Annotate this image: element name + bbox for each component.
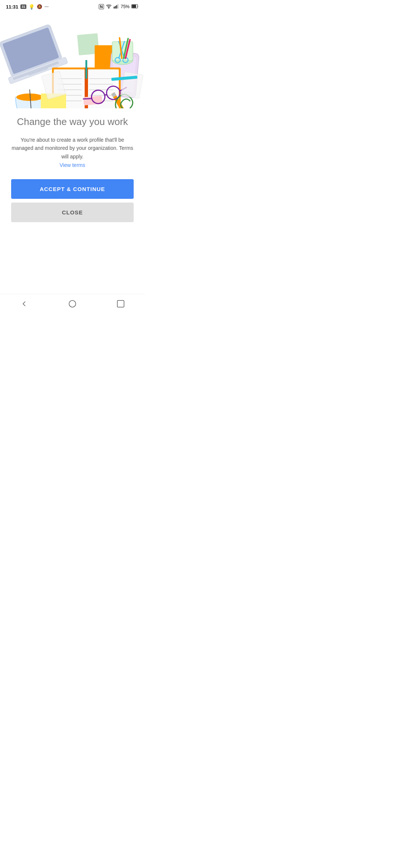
headline: Change the way you work bbox=[17, 116, 128, 128]
bottom-nav bbox=[0, 294, 145, 313]
svg-rect-4 bbox=[117, 4, 118, 9]
status-left: 11:31 31 💡 🔕 ··· bbox=[6, 4, 49, 10]
work-illustration bbox=[0, 12, 145, 108]
back-button[interactable] bbox=[19, 299, 29, 309]
svg-point-0 bbox=[108, 8, 109, 9]
bell-slash-icon: 🔕 bbox=[37, 4, 42, 9]
signal-icon bbox=[114, 4, 119, 10]
svg-rect-3 bbox=[116, 5, 117, 9]
nfc-icon: N bbox=[99, 4, 104, 9]
view-terms-link[interactable]: View terms bbox=[60, 162, 85, 168]
svg-rect-2 bbox=[115, 6, 116, 9]
status-bar: 11:31 31 💡 🔕 ··· N 75% bbox=[0, 0, 145, 12]
accept-continue-button[interactable]: ACCEPT & CONTINUE bbox=[11, 179, 134, 199]
svg-rect-31 bbox=[85, 60, 87, 79]
svg-rect-1 bbox=[114, 7, 115, 9]
status-right: N 75% bbox=[99, 4, 139, 10]
bulb-icon: 💡 bbox=[29, 4, 35, 10]
svg-point-58 bbox=[69, 300, 76, 307]
recents-button[interactable] bbox=[115, 299, 126, 309]
time-display: 11:31 bbox=[6, 4, 18, 10]
description-text: You're about to create a work profile th… bbox=[11, 136, 134, 161]
svg-rect-56 bbox=[121, 72, 143, 99]
battery-text: 75% bbox=[121, 4, 130, 9]
battery-icon bbox=[131, 4, 139, 10]
svg-line-52 bbox=[105, 95, 107, 95]
content-area: Change the way you work You're about to … bbox=[0, 108, 145, 294]
dots-icon: ··· bbox=[45, 5, 49, 9]
wifi-icon bbox=[106, 4, 112, 10]
close-button[interactable]: CLOSE bbox=[11, 203, 134, 222]
svg-rect-6 bbox=[132, 4, 136, 7]
calendar-badge: 31 bbox=[20, 4, 26, 9]
home-button[interactable] bbox=[67, 299, 78, 309]
svg-rect-59 bbox=[117, 300, 124, 307]
illustration-area bbox=[0, 12, 145, 108]
